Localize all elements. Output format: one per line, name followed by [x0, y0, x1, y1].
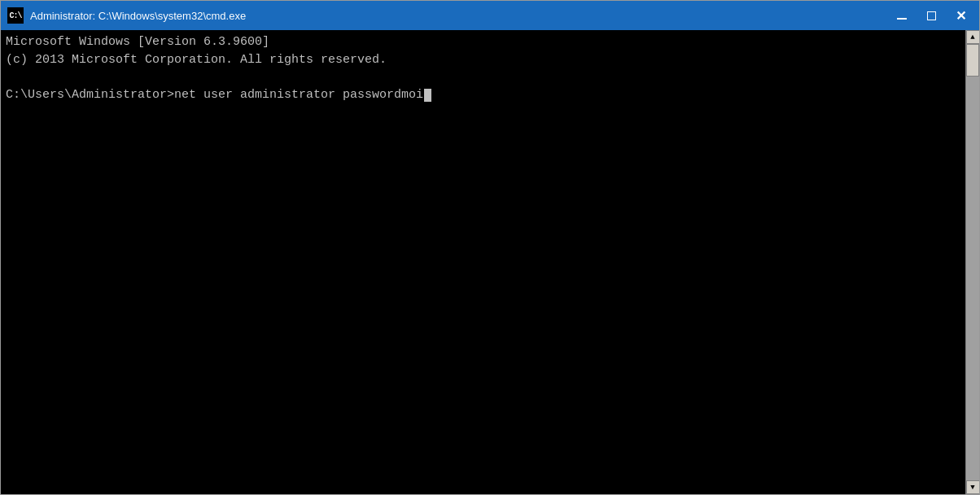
cursor: [424, 89, 431, 102]
scroll-up-button[interactable]: ▲: [966, 30, 980, 44]
terminal-line-2: (c) 2013 Microsoft Corporation. All righ…: [6, 51, 960, 69]
close-button[interactable]: ✕: [947, 5, 974, 26]
scrollbar-thumb[interactable]: [966, 44, 979, 77]
vertical-scrollbar[interactable]: ▲ ▼: [965, 30, 979, 494]
scroll-down-arrow: ▼: [970, 484, 974, 492]
terminal-line-1: Microsoft Windows [Version 6.3.9600]: [6, 33, 960, 51]
minimize-button[interactable]: [888, 5, 916, 26]
title-bar: C:\ Administrator: C:\Windows\system32\c…: [1, 1, 979, 30]
title-bar-left: C:\ Administrator: C:\Windows\system32\c…: [7, 7, 246, 24]
window-title: Administrator: C:\Windows\system32\cmd.e…: [30, 10, 246, 22]
scroll-up-arrow: ▲: [970, 33, 974, 42]
restore-button[interactable]: [917, 5, 945, 26]
scrollbar-track[interactable]: [966, 44, 979, 480]
terminal-area[interactable]: Microsoft Windows [Version 6.3.9600] (c)…: [1, 30, 965, 494]
terminal-line-4: C:\Users\Administrator>net user administ…: [6, 86, 960, 104]
window-body: Microsoft Windows [Version 6.3.9600] (c)…: [1, 30, 979, 494]
cmd-icon: C:\: [7, 7, 24, 24]
terminal-line-3: [6, 69, 960, 87]
scroll-down-button[interactable]: ▼: [966, 480, 980, 494]
cmd-window: C:\ Administrator: C:\Windows\system32\c…: [0, 0, 980, 495]
window-controls: ✕: [888, 5, 974, 26]
